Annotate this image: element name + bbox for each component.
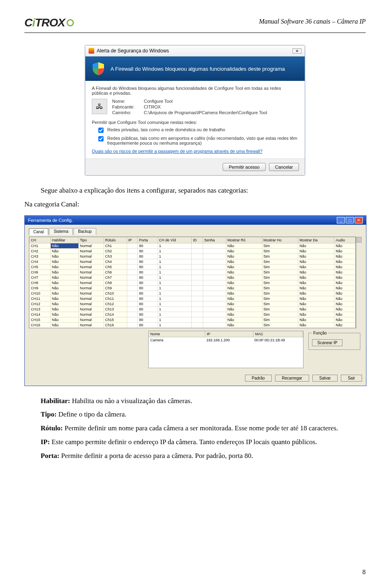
table-row[interactable]: CH4NãoNormalCh4801NãoSimNãoNão <box>30 259 355 264</box>
intro-text: Segue abaixo a explicação dos itens a co… <box>24 186 366 195</box>
para-porta: Porta: Permite definir a porta de acesso… <box>24 451 366 461</box>
cancel-button[interactable]: Cancelar <box>269 163 299 171</box>
camera-list[interactable]: Nome IP MAC Camera 192.168.1.200 00:0F:0… <box>148 331 303 368</box>
column-header[interactable]: Mostrar Ho <box>262 237 298 243</box>
table-row[interactable]: CH7NãoNormalCh7801NãoSimNãoNão <box>30 275 355 280</box>
dialog-titlebar: Alerta de Segurança do Windows ✕ <box>85 46 305 56</box>
column-header[interactable]: Porta <box>138 237 158 243</box>
shield-small-icon <box>89 48 94 54</box>
config-titlebar: Ferramenta de Config. _ ▢ ✕ <box>25 216 366 225</box>
dialog-body: A Firewall do Windows bloqueou algumas f… <box>85 81 305 158</box>
dialog-desc: A Firewall do Windows bloqueou algumas f… <box>92 86 298 95</box>
table-row[interactable]: CH3NãoNormalCh3801NãoSimNãoNão <box>30 254 355 259</box>
scroll-up-icon[interactable] <box>357 237 362 243</box>
info-table: Nome:Configure Tool Fabricante:CITROX Ca… <box>112 99 267 116</box>
para-ip: IP: Este campo permite definir o endereç… <box>24 437 366 447</box>
table-row[interactable]: CH6NãoNormalCh6801NãoSimNãoNão <box>30 269 355 275</box>
para-tipo: Tipo: Define o tipo da câmera. <box>24 410 366 419</box>
column-header[interactable]: Audio <box>334 237 355 243</box>
config-tabs: Canal Sistema Backup <box>25 225 366 237</box>
checkbox-public[interactable]: Redes públicas, tais como em aeroportos … <box>97 136 298 145</box>
allow-button[interactable]: Permitir acesso <box>223 163 266 171</box>
table-row[interactable]: CH2NãoNormalCh2801NãoSimNãoNão <box>30 248 355 254</box>
permit-intro: Permitir que Configure Tool comunique ne… <box>92 120 298 125</box>
column-header[interactable]: CH <box>30 237 51 243</box>
para-habilitar: Habilitar: Habilita ou não a visualizaçã… <box>24 396 366 406</box>
logo: CiTROX <box>24 16 74 29</box>
list-item[interactable]: Camera 192.168.1.200 00:0F:0D:21:1B:49 <box>149 337 303 343</box>
firewall-dialog: Alerta de Segurança do Windows ✕ A Firew… <box>85 45 305 176</box>
scan-ip-button[interactable]: Scanear IP <box>312 339 342 346</box>
para-rotulo: Rótulo: Permite definir um nome para cad… <box>24 423 366 433</box>
table-row[interactable]: CH11NãoNormalCh11801NãoSimNãoNão <box>30 296 355 301</box>
logo-dot-icon <box>67 19 74 26</box>
function-group: Função Scanear IP <box>308 331 360 350</box>
category-label: Na categoria Canal: <box>24 200 366 209</box>
dialog-title-text: Alerta de Segurança do Windows <box>97 48 169 54</box>
close-icon[interactable]: ✕ <box>292 48 301 54</box>
channel-table[interactable]: CHHabilitarTipoRótuloIPPortaCH de VídIDS… <box>29 237 355 328</box>
maximize-icon[interactable]: ▢ <box>346 217 354 223</box>
table-row[interactable]: CH1NãoNormalCh1801NãoSimNãoNão <box>30 243 355 248</box>
table-row[interactable]: CH12NãoNormalCh12801NãoSimNãoNão <box>30 301 355 306</box>
column-header[interactable]: CH de Víd <box>158 237 192 243</box>
column-header[interactable]: IP <box>127 237 138 243</box>
column-header[interactable]: Senha <box>203 237 226 243</box>
minimize-icon[interactable]: _ <box>337 217 345 223</box>
scrollbar[interactable] <box>356 237 362 328</box>
risks-link[interactable]: Quais são os riscos de permitir a passag… <box>92 149 298 154</box>
shield-icon <box>91 61 106 76</box>
table-row[interactable]: CH8NãoNormalCh8801NãoSimNãoNão <box>30 280 355 285</box>
close-window-icon[interactable]: ✕ <box>355 217 363 223</box>
banner-text: A Firewall do Windows bloqueou algumas f… <box>110 66 285 72</box>
dialog-banner: A Firewall do Windows bloqueou algumas f… <box>85 56 305 81</box>
column-header[interactable]: Habilitar <box>50 237 78 243</box>
tab-sistema[interactable]: Sistema <box>49 228 73 235</box>
table-row[interactable]: CH5NãoNormalCh5801NãoSimNãoNão <box>30 264 355 269</box>
table-row[interactable]: CH16NãoNormalCh16801NãoSimNãoNão <box>30 322 355 328</box>
table-row[interactable]: CH15NãoNormalCh15801NãoSimNãoNão <box>30 317 355 322</box>
column-header[interactable]: Tipo <box>78 237 104 243</box>
app-icon: 🖧 <box>92 99 107 114</box>
tab-canal[interactable]: Canal <box>29 228 48 235</box>
column-header[interactable]: Mostrar Da <box>298 237 334 243</box>
default-button[interactable]: Padrão <box>245 375 272 382</box>
table-row[interactable]: CH13NãoNormalCh13801NãoSimNãoNão <box>30 306 355 312</box>
column-header[interactable]: Rótulo <box>104 237 127 243</box>
checkbox-public-input[interactable] <box>98 136 104 141</box>
column-header[interactable]: ID <box>192 237 203 243</box>
reload-button[interactable]: Recarregar <box>275 375 309 382</box>
table-row[interactable]: CH10NãoNormalCh10801NãoSimNãoNão <box>30 291 355 296</box>
page-header: CiTROX Manual Software 36 canais – Câmer… <box>24 16 366 33</box>
page-number: 8 <box>362 568 366 576</box>
exit-button[interactable]: Sair <box>341 375 362 382</box>
column-header[interactable]: Mostrar Ró <box>226 237 262 243</box>
config-title-text: Ferramenta de Config. <box>28 218 73 223</box>
tab-backup[interactable]: Backup <box>74 228 96 235</box>
save-button[interactable]: Salvar <box>312 375 338 382</box>
dialog-buttons: Permitir acesso Cancelar <box>85 158 305 175</box>
table-row[interactable]: CH9NãoNormalCh9801NãoSimNãoNão <box>30 285 355 291</box>
checkbox-private-input[interactable] <box>98 128 104 133</box>
table-row[interactable]: CH14NãoNormalCh14801NãoSimNãoNão <box>30 312 355 317</box>
config-tool-window: Ferramenta de Config. _ ▢ ✕ Canal Sistem… <box>24 215 366 386</box>
doc-title: Manual Software 36 canais – Câmera IP <box>259 16 366 25</box>
checkbox-private[interactable]: Redes privadas, tais como a rede domésti… <box>97 127 298 134</box>
logo-text: CiTROX <box>24 16 65 29</box>
